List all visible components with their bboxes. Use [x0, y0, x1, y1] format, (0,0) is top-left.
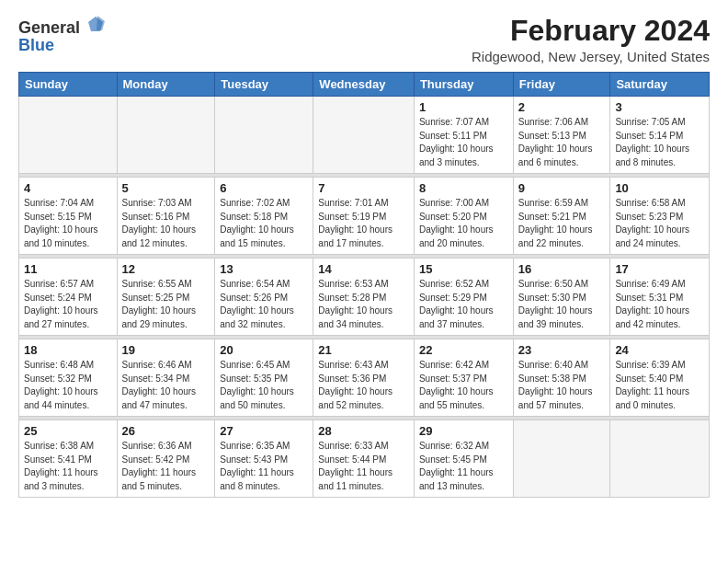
day-number: 5 — [122, 181, 210, 195]
day-info: Sunrise: 6:49 AM Sunset: 5:31 PM Dayligh… — [615, 278, 704, 331]
calendar-cell — [513, 420, 610, 498]
calendar-cell: 6Sunrise: 7:02 AM Sunset: 5:18 PM Daylig… — [215, 178, 313, 255]
calendar-cell: 1Sunrise: 7:07 AM Sunset: 5:11 PM Daylig… — [414, 97, 513, 174]
calendar-cell: 2Sunrise: 7:06 AM Sunset: 5:13 PM Daylig… — [513, 97, 610, 174]
calendar-cell: 23Sunrise: 6:40 AM Sunset: 5:38 PM Dayli… — [513, 339, 610, 417]
calendar-location: Ridgewood, New Jersey, United States — [472, 49, 710, 64]
weekday-header-friday: Friday — [513, 73, 610, 97]
calendar-cell — [610, 420, 710, 498]
day-number: 19 — [122, 343, 210, 357]
calendar-cell: 19Sunrise: 6:46 AM Sunset: 5:34 PM Dayli… — [117, 339, 215, 417]
day-number: 6 — [220, 181, 308, 195]
logo-blue-text: Blue — [18, 37, 54, 53]
calendar-cell — [313, 97, 415, 174]
day-info: Sunrise: 6:42 AM Sunset: 5:37 PM Dayligh… — [419, 359, 508, 412]
day-info: Sunrise: 6:50 AM Sunset: 5:30 PM Dayligh… — [518, 278, 606, 331]
calendar-cell: 15Sunrise: 6:52 AM Sunset: 5:29 PM Dayli… — [414, 259, 513, 336]
day-info: Sunrise: 6:54 AM Sunset: 5:26 PM Dayligh… — [220, 278, 308, 331]
day-number: 14 — [318, 262, 409, 276]
calendar-cell: 28Sunrise: 6:33 AM Sunset: 5:44 PM Dayli… — [313, 420, 415, 498]
day-number: 3 — [615, 100, 704, 114]
calendar-cell: 7Sunrise: 7:01 AM Sunset: 5:19 PM Daylig… — [313, 178, 415, 255]
logo-icon — [86, 15, 105, 33]
day-number: 28 — [318, 424, 409, 438]
weekday-header-thursday: Thursday — [414, 73, 513, 97]
calendar-cell: 18Sunrise: 6:48 AM Sunset: 5:32 PM Dayli… — [19, 339, 118, 417]
day-number: 23 — [518, 343, 606, 357]
day-info: Sunrise: 6:53 AM Sunset: 5:28 PM Dayligh… — [318, 278, 409, 331]
day-info: Sunrise: 6:45 AM Sunset: 5:35 PM Dayligh… — [220, 359, 308, 412]
calendar-cell: 14Sunrise: 6:53 AM Sunset: 5:28 PM Dayli… — [313, 259, 415, 336]
weekday-header-tuesday: Tuesday — [215, 73, 313, 97]
day-info: Sunrise: 7:07 AM Sunset: 5:11 PM Dayligh… — [419, 116, 508, 169]
day-info: Sunrise: 6:46 AM Sunset: 5:34 PM Dayligh… — [122, 359, 210, 412]
calendar-cell: 24Sunrise: 6:39 AM Sunset: 5:40 PM Dayli… — [610, 339, 710, 417]
title-block: February 2024 Ridgewood, New Jersey, Uni… — [472, 15, 710, 64]
day-info: Sunrise: 6:52 AM Sunset: 5:29 PM Dayligh… — [419, 278, 508, 331]
day-number: 16 — [518, 262, 606, 276]
calendar-cell: 4Sunrise: 7:04 AM Sunset: 5:15 PM Daylig… — [19, 178, 118, 255]
day-info: Sunrise: 7:03 AM Sunset: 5:16 PM Dayligh… — [122, 197, 210, 250]
calendar-cell: 9Sunrise: 6:59 AM Sunset: 5:21 PM Daylig… — [513, 178, 610, 255]
day-number: 12 — [122, 262, 210, 276]
weekday-header-saturday: Saturday — [610, 73, 710, 97]
calendar-cell: 17Sunrise: 6:49 AM Sunset: 5:31 PM Dayli… — [610, 259, 710, 336]
logo-general-text: General — [18, 18, 80, 37]
calendar-cell: 27Sunrise: 6:35 AM Sunset: 5:43 PM Dayli… — [215, 420, 313, 498]
day-number: 25 — [24, 424, 112, 438]
logo: General Blue — [18, 15, 105, 53]
day-info: Sunrise: 6:32 AM Sunset: 5:45 PM Dayligh… — [419, 440, 508, 493]
day-number: 1 — [419, 100, 508, 114]
calendar-cell: 25Sunrise: 6:38 AM Sunset: 5:41 PM Dayli… — [19, 420, 118, 498]
day-number: 7 — [318, 181, 409, 195]
calendar-cell — [117, 97, 215, 174]
calendar-cell: 21Sunrise: 6:43 AM Sunset: 5:36 PM Dayli… — [313, 339, 415, 417]
day-number: 11 — [24, 262, 112, 276]
day-number: 17 — [615, 262, 704, 276]
weekday-header-monday: Monday — [117, 73, 215, 97]
day-info: Sunrise: 6:40 AM Sunset: 5:38 PM Dayligh… — [518, 359, 606, 412]
week-row-2: 4Sunrise: 7:04 AM Sunset: 5:15 PM Daylig… — [19, 178, 710, 255]
calendar-cell: 26Sunrise: 6:36 AM Sunset: 5:42 PM Dayli… — [117, 420, 215, 498]
day-info: Sunrise: 6:38 AM Sunset: 5:41 PM Dayligh… — [24, 440, 112, 493]
calendar-cell: 3Sunrise: 7:05 AM Sunset: 5:14 PM Daylig… — [610, 97, 710, 174]
day-info: Sunrise: 6:57 AM Sunset: 5:24 PM Dayligh… — [24, 278, 112, 331]
day-number: 2 — [518, 100, 606, 114]
day-number: 21 — [318, 343, 409, 357]
calendar-cell — [19, 97, 118, 174]
day-info: Sunrise: 7:02 AM Sunset: 5:18 PM Dayligh… — [220, 197, 308, 250]
day-info: Sunrise: 6:48 AM Sunset: 5:32 PM Dayligh… — [24, 359, 112, 412]
week-row-5: 25Sunrise: 6:38 AM Sunset: 5:41 PM Dayli… — [19, 420, 710, 498]
page-header: General Blue February 2024 Ridgewood, Ne… — [18, 15, 710, 64]
day-number: 22 — [419, 343, 508, 357]
calendar-cell: 8Sunrise: 7:00 AM Sunset: 5:20 PM Daylig… — [414, 178, 513, 255]
day-number: 9 — [518, 181, 606, 195]
day-number: 4 — [24, 181, 112, 195]
day-number: 10 — [615, 181, 704, 195]
calendar-title: February 2024 — [472, 15, 710, 47]
day-info: Sunrise: 6:55 AM Sunset: 5:25 PM Dayligh… — [122, 278, 210, 331]
day-number: 24 — [615, 343, 704, 357]
calendar-cell: 5Sunrise: 7:03 AM Sunset: 5:16 PM Daylig… — [117, 178, 215, 255]
day-info: Sunrise: 6:58 AM Sunset: 5:23 PM Dayligh… — [615, 197, 704, 250]
day-info: Sunrise: 7:00 AM Sunset: 5:20 PM Dayligh… — [419, 197, 508, 250]
calendar-cell: 20Sunrise: 6:45 AM Sunset: 5:35 PM Dayli… — [215, 339, 313, 417]
day-number: 15 — [419, 262, 508, 276]
week-row-3: 11Sunrise: 6:57 AM Sunset: 5:24 PM Dayli… — [19, 259, 710, 336]
week-row-1: 1Sunrise: 7:07 AM Sunset: 5:11 PM Daylig… — [19, 97, 710, 174]
day-number: 8 — [419, 181, 508, 195]
weekday-header-row: SundayMondayTuesdayWednesdayThursdayFrid… — [19, 73, 710, 97]
day-number: 13 — [220, 262, 308, 276]
calendar-cell: 12Sunrise: 6:55 AM Sunset: 5:25 PM Dayli… — [117, 259, 215, 336]
calendar-cell — [215, 97, 313, 174]
calendar-cell: 29Sunrise: 6:32 AM Sunset: 5:45 PM Dayli… — [414, 420, 513, 498]
day-info: Sunrise: 6:36 AM Sunset: 5:42 PM Dayligh… — [122, 440, 210, 493]
day-info: Sunrise: 6:33 AM Sunset: 5:44 PM Dayligh… — [318, 440, 409, 493]
day-number: 18 — [24, 343, 112, 357]
day-info: Sunrise: 6:59 AM Sunset: 5:21 PM Dayligh… — [518, 197, 606, 250]
calendar-table: SundayMondayTuesdayWednesdayThursdayFrid… — [18, 72, 710, 498]
calendar-cell: 16Sunrise: 6:50 AM Sunset: 5:30 PM Dayli… — [513, 259, 610, 336]
day-info: Sunrise: 6:39 AM Sunset: 5:40 PM Dayligh… — [615, 359, 704, 412]
calendar-cell: 22Sunrise: 6:42 AM Sunset: 5:37 PM Dayli… — [414, 339, 513, 417]
day-info: Sunrise: 6:43 AM Sunset: 5:36 PM Dayligh… — [318, 359, 409, 412]
